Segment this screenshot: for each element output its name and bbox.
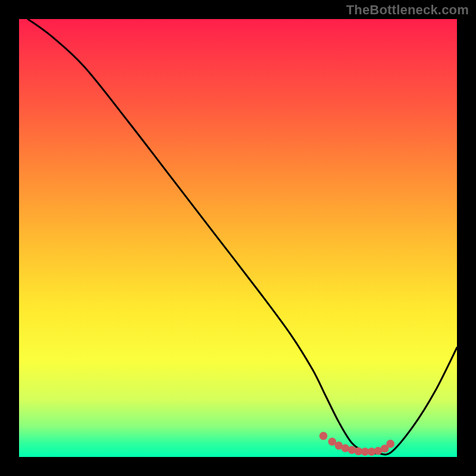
bottleneck-curve [28, 19, 457, 455]
curve-layer [19, 19, 457, 457]
valley-marker [320, 432, 328, 440]
watermark-text: TheBottleneck.com [346, 2, 469, 18]
chart-frame: TheBottleneck.com [0, 0, 476, 476]
valley-marker [386, 440, 394, 448]
plot-area [19, 19, 457, 457]
